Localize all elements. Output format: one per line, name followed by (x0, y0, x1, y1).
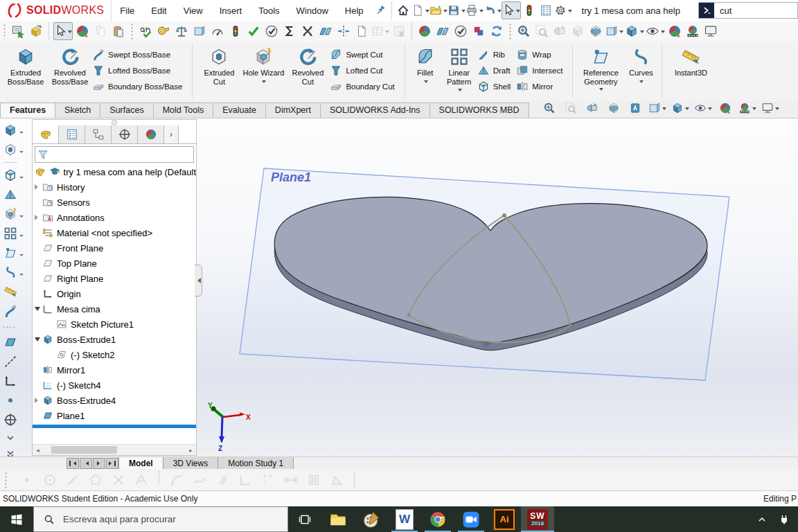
strip-shell-button[interactable] (3, 168, 17, 182)
tree-root-part[interactable]: try 1 mesa com ana help (Default (33, 164, 196, 179)
tree-item-sketch4[interactable]: (-) Sketch4 (33, 378, 196, 393)
strip-linear-pattern-button[interactable] (3, 227, 17, 240)
snap-point-icon[interactable] (19, 472, 35, 488)
paste-button[interactable] (110, 23, 127, 39)
linear-pattern-button[interactable]: Linear Pattern (441, 44, 477, 94)
snap-arc-icon[interactable] (168, 472, 185, 488)
section-properties-button[interactable] (191, 23, 208, 39)
select-cursor-button[interactable] (53, 22, 73, 40)
design-check-button[interactable] (263, 23, 280, 39)
pin-menu-icon[interactable] (372, 2, 389, 19)
hole-wizard-button[interactable]: Hole Wizard (241, 44, 285, 85)
scrollbar-thumb[interactable] (51, 446, 117, 454)
extruded-cut-button[interactable]: Extruded Cut (197, 44, 241, 86)
performance-evaluation-button[interactable] (209, 23, 226, 39)
3d-drawing-view-button[interactable] (569, 23, 586, 39)
start-button[interactable] (0, 506, 33, 532)
rollback-bar[interactable] (33, 425, 196, 428)
hu-annotation-views-button[interactable] (627, 100, 644, 116)
command-search-box[interactable] (698, 2, 798, 19)
snapbar-grip[interactable] (4, 472, 8, 488)
tab-configuration-manager[interactable] (85, 125, 112, 143)
draft-button[interactable]: Draft (477, 63, 517, 78)
task-view-button[interactable] (288, 506, 321, 532)
tree-item-history[interactable]: History (33, 179, 196, 195)
tree-item-boss-extrude1[interactable]: Boss-Extrude1 (33, 332, 196, 347)
file-explorer-button[interactable] (321, 506, 355, 532)
rebuild-traffic-light-button[interactable] (521, 2, 538, 19)
intersect-button[interactable]: Intersect (516, 63, 568, 78)
strip-axis-button[interactable] (3, 355, 17, 369)
chrome-button[interactable] (421, 506, 454, 532)
drawing-sheet-button[interactable] (605, 23, 623, 39)
approve-check-button[interactable] (452, 23, 469, 39)
boundary-boss-button[interactable]: Boundary Boss/Base (92, 79, 188, 94)
menu-edit[interactable]: Edit (143, 6, 175, 16)
compare-documents-button[interactable] (470, 23, 487, 39)
curves-button[interactable]: Curves (624, 44, 657, 85)
home-button[interactable] (395, 2, 411, 19)
verification-check-button[interactable] (245, 23, 262, 39)
menu-view[interactable]: View (175, 6, 211, 16)
tree-item-annotations[interactable]: Annotations (33, 210, 196, 225)
tabs-overflow-arrow[interactable]: › (164, 125, 179, 143)
snap-perpendicular-icon[interactable] (237, 472, 254, 488)
menu-tools[interactable]: Tools (250, 6, 287, 16)
edit-appearance-button[interactable] (74, 23, 91, 39)
zoom-to-area-button[interactable] (533, 23, 550, 39)
snap-line-icon[interactable] (64, 472, 81, 488)
hu-zoom-area-button[interactable] (562, 100, 579, 116)
refresh-button[interactable] (488, 23, 505, 39)
draft-quality-button[interactable] (434, 23, 451, 39)
strip-extruded-boss-button[interactable] (3, 123, 17, 137)
tree-horizontal-scrollbar[interactable]: ◂ ▸ (33, 444, 196, 455)
menu-file[interactable]: File (112, 6, 143, 16)
panel-resize-handle[interactable] (33, 120, 196, 125)
symmetry-check-button[interactable] (335, 23, 352, 39)
tab-display-manager[interactable] (138, 125, 164, 143)
solidworks-2018-button[interactable]: SW 2018 (521, 506, 554, 532)
tab-surfaces[interactable]: Surfaces (100, 103, 153, 118)
custom-properties-button[interactable] (371, 23, 389, 39)
snap-grid-icon[interactable] (305, 472, 322, 488)
swept-cut-button[interactable]: Swept Cut (330, 47, 400, 62)
scroll-right-button[interactable]: ▸ (186, 445, 196, 455)
hu-view-settings-button[interactable] (761, 100, 779, 116)
prev-tab-button[interactable] (80, 458, 92, 469)
tab-sketch[interactable]: Sketch (55, 103, 100, 118)
zoom-to-fit-button[interactable] (515, 23, 532, 39)
previous-view-button[interactable] (551, 23, 568, 39)
illustrator-button[interactable]: Ai (488, 506, 521, 532)
boundary-cut-button[interactable]: Boundary Cut (330, 79, 400, 94)
open-button[interactable] (429, 2, 447, 19)
tree-item-right-plane[interactable]: Right Plane (33, 271, 196, 286)
rib-button[interactable]: Rib (477, 47, 517, 62)
menu-window[interactable]: Window (288, 6, 337, 16)
tab-features[interactable]: Features (0, 103, 55, 118)
strip-instant3d-button[interactable] (3, 285, 17, 299)
strip-coordinate-system-button[interactable] (3, 374, 17, 388)
reference-geometry-button[interactable]: Reference Geometry (577, 44, 624, 93)
rebuild-report-button[interactable] (227, 23, 244, 39)
extruded-boss-button[interactable]: Extruded Boss/Base (3, 44, 48, 86)
snap-center-icon[interactable] (42, 472, 58, 488)
print-button[interactable] (466, 2, 484, 19)
snap-parallel-icon[interactable] (214, 472, 231, 488)
tray-power-icon[interactable] (779, 514, 790, 525)
strip-hole-wizard-button[interactable] (3, 207, 17, 221)
paint-button[interactable] (355, 506, 388, 532)
word-button[interactable]: W (388, 506, 421, 532)
tree-item-boss-extrude4[interactable]: Boss-Extrude4 (33, 393, 196, 408)
strip-draft-button[interactable] (3, 188, 17, 202)
last-tab-button[interactable] (106, 458, 118, 469)
settings-gear-button[interactable] (554, 2, 572, 19)
tree-item-front-plane[interactable]: Front Plane (33, 240, 196, 256)
first-tab-button[interactable] (66, 458, 79, 469)
tree-item-sensors[interactable]: Sensors (33, 195, 196, 210)
scroll-left-button[interactable]: ◂ (33, 445, 43, 455)
hide-show-items-button[interactable] (646, 23, 665, 39)
lofted-boss-button[interactable]: Lofted Boss/Base (92, 63, 188, 78)
tab-solidworks-mbd[interactable]: SOLIDWORKS MBD (429, 103, 529, 118)
tree-item-sketch2[interactable]: (-) Sketch2 (33, 347, 196, 362)
snap-intersection-icon[interactable] (110, 472, 127, 488)
